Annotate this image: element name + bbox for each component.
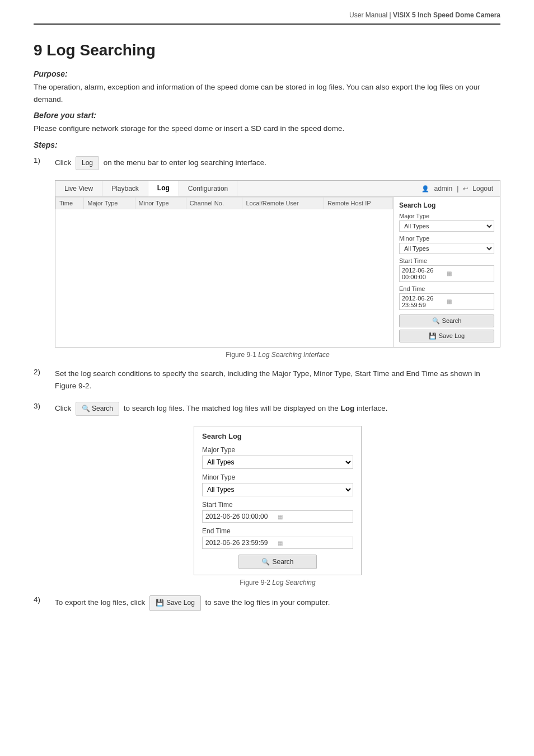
save-log-button-inline[interactable]: 💾 Save Log: [149, 595, 201, 611]
menubar-log[interactable]: Log: [148, 181, 179, 196]
step-4-content: To export the log files, click 💾 Save Lo…: [55, 595, 500, 611]
step-4-number: 4): [34, 595, 50, 604]
logout-label[interactable]: Logout: [472, 185, 493, 192]
step-2: 2) Set the log search conditions to spec…: [34, 368, 500, 392]
panel-end-time-label: End Time: [202, 527, 353, 535]
menubar-right: admin | Logout: [415, 181, 500, 196]
menubar-liveview[interactable]: Live View: [55, 181, 102, 196]
minor-type-select-sidebar[interactable]: All Types: [399, 243, 494, 254]
major-type-label-sidebar: Major Type: [399, 213, 494, 219]
menubar-configuration[interactable]: Configuration: [179, 181, 237, 196]
end-time-label-sidebar: End Time: [399, 285, 494, 292]
panel-minor-type-label: Minor Type: [202, 473, 353, 481]
minor-type-label-sidebar: Minor Type: [399, 235, 494, 242]
logout-icon: [463, 185, 468, 192]
sidebar-title: Search Log: [399, 201, 494, 209]
before-start-label: Before you start:: [34, 111, 500, 120]
separator: |: [457, 185, 458, 192]
product-name: VISIX 5 Inch Speed Dome Camera: [393, 11, 500, 19]
major-type-select-sidebar[interactable]: All Types: [399, 220, 494, 232]
step-4-prefix: To export the log files, click: [55, 599, 145, 607]
step-1-content: Click Log on the menu bar to enter log s…: [55, 156, 500, 170]
chapter-title: 9 Log Searching: [34, 41, 500, 59]
ui-screenshot-1: Live View Playback Log Configuration adm…: [55, 180, 500, 348]
manual-title: User Manual: [349, 11, 387, 19]
header-separator: |: [389, 11, 391, 19]
search-button-inline[interactable]: 🔍 Search: [76, 402, 119, 416]
col-channel-no: Channel No.: [186, 197, 242, 209]
step-1-suffix: on the menu bar to enter log searching i…: [104, 158, 266, 167]
step-3-bold: Log: [341, 404, 355, 412]
panel-search-button[interactable]: 🔍 Search: [238, 555, 317, 569]
calendar-icon-panel-start: ▦: [278, 514, 350, 520]
step-3-content: Click 🔍 Search to search log files. The …: [55, 402, 500, 416]
search-panel: Search Log Major Type All Types Minor Ty…: [194, 426, 362, 575]
search-icon-sidebar: 🔍: [432, 317, 440, 325]
purpose-text: The operation, alarm, exception and info…: [34, 81, 500, 105]
calendar-icon-end: ▦: [447, 298, 491, 304]
user-icon: [421, 185, 429, 192]
ui-table-area: Time Major Type Minor Type Channel No. L…: [55, 197, 394, 347]
col-minor-type: Minor Type: [135, 197, 186, 209]
menubar: Live View Playback Log Configuration adm…: [55, 181, 500, 197]
save-icon-inline: 💾: [156, 598, 164, 608]
panel-start-time-label: Start Time: [202, 501, 353, 509]
step-3: 3) Click 🔍 Search to search log files. T…: [34, 402, 500, 416]
table-row-empty: [56, 209, 393, 298]
panel-start-time-field[interactable]: 2012-06-26 00:00:00 ▦: [202, 510, 353, 523]
ui-sidebar: Search Log Major Type All Types Minor Ty…: [394, 197, 500, 347]
figure-1-caption: Figure 9-1 Log Searching Interface: [55, 351, 500, 359]
before-start-text: Please configure network storage for the…: [34, 123, 500, 135]
panel-title: Search Log: [202, 432, 353, 440]
admin-label: admin: [434, 185, 452, 192]
step-3-number: 3): [34, 402, 50, 410]
figure-2-caption: Figure 9-2 Log Searching: [55, 579, 500, 586]
step-2-content: Set the log search conditions to specify…: [55, 368, 500, 392]
search-button-sidebar[interactable]: 🔍 Search: [399, 314, 494, 327]
step-1-prefix: Click: [55, 158, 71, 167]
step-2-number: 2): [34, 368, 50, 376]
step-4: 4) To export the log files, click 💾 Save…: [34, 595, 500, 611]
save-log-button-sidebar[interactable]: 💾 Save Log: [399, 330, 494, 342]
ui-body: Time Major Type Minor Type Channel No. L…: [55, 197, 500, 347]
purpose-label: Purpose:: [34, 69, 500, 78]
calendar-icon-start: ▦: [447, 270, 491, 276]
step-3-prefix: Click: [55, 404, 71, 412]
col-major-type: Major Type: [84, 197, 135, 209]
panel-minor-type-select[interactable]: All Types: [202, 483, 353, 496]
start-time-field-sidebar[interactable]: 2012-06-26 00:00:00 ▦: [399, 265, 494, 282]
panel-end-time-field[interactable]: 2012-06-26 23:59:59 ▦: [202, 537, 353, 549]
page-header: User Manual | VISIX 5 Inch Speed Dome Ca…: [34, 11, 500, 25]
panel-major-type-select[interactable]: All Types: [202, 456, 353, 469]
search-icon-inline: 🔍: [82, 403, 90, 414]
step-3-suffix1: to search log files. The matched log fil…: [124, 404, 339, 412]
menubar-playback[interactable]: Playback: [102, 181, 148, 196]
step-3-suffix2: interface.: [357, 404, 388, 412]
step-4-suffix: to save the log files in your computer.: [205, 599, 330, 607]
start-time-label-sidebar: Start Time: [399, 257, 494, 264]
search-label-panel: Search: [272, 558, 293, 566]
log-table: Time Major Type Minor Type Channel No. L…: [55, 197, 393, 299]
step-1: 1) Click Log on the menu bar to enter lo…: [34, 156, 500, 170]
calendar-icon-panel-end: ▦: [278, 540, 350, 546]
panel-major-type-label: Major Type: [202, 446, 353, 454]
end-time-field-sidebar[interactable]: 2012-06-26 23:59:59 ▦: [399, 293, 494, 310]
step-1-number: 1): [34, 156, 50, 165]
col-time: Time: [56, 197, 84, 209]
steps-label: Steps:: [34, 140, 500, 149]
search-icon-panel: 🔍: [261, 558, 270, 566]
col-remote-host-ip: Remote Host IP: [324, 197, 392, 209]
save-log-label-sidebar: Save Log: [439, 332, 465, 339]
log-button-inline[interactable]: Log: [76, 156, 99, 170]
col-local-remote-user: Local/Remote User: [242, 197, 324, 209]
save-icon-sidebar: 💾: [429, 332, 437, 340]
search-label-sidebar: Search: [442, 317, 462, 324]
